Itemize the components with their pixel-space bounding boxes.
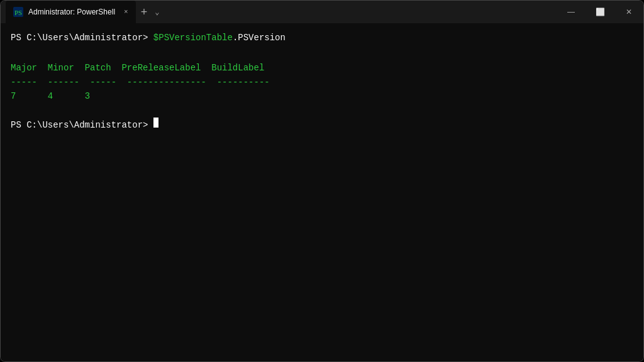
tab-area: PS Administrator: PowerShell × + ⌄ [6,1,557,23]
tab-close-button[interactable]: × [124,8,128,16]
col-major-header: Major [11,61,48,75]
blank-line-1 [11,45,633,58]
blank-line-2 [11,104,633,118]
command-var: $PSVersionTable [153,31,233,45]
col-prerelease-header: PreReleaseLabel [121,61,211,75]
val-minor: 4 [48,89,85,103]
prompt-1: PS C:\Users\Administrator> [11,31,153,45]
tab-title: Administrator: PowerShell [28,8,115,16]
command-line-1: PS C:\Users\Administrator> $PSVersionTab… [11,31,633,45]
command-line-2: PS C:\Users\Administrator> [11,118,633,132]
powershell-icon: PS [13,7,23,17]
terminal-body[interactable]: PS C:\Users\Administrator> $PSVersionTab… [1,23,643,361]
table-values: 7 4 3 [11,89,633,103]
command-prop: .PSVersion [233,31,286,45]
titlebar: PS Administrator: PowerShell × + ⌄ — ⬜ ✕ [1,1,643,23]
svg-text:PS: PS [14,9,22,16]
table-header: Major Minor Patch PreReleaseLabel BuildL… [11,61,633,75]
col-patch-header: Patch [85,61,122,75]
sep-minor: ------ [48,75,90,89]
val-major: 7 [11,89,48,103]
sep-prerelease: --------------- [127,75,217,89]
window-controls: — ⬜ ✕ [557,1,643,23]
col-minor-header: Minor [48,61,85,75]
sep-buildlabel: ---------- [217,75,270,89]
maximize-button[interactable]: ⬜ [586,1,614,23]
col-buildlabel-header: BuildLabel [211,61,264,75]
new-tab-button[interactable]: + [136,6,153,19]
sep-patch: ----- [90,75,127,89]
minimize-button[interactable]: — [557,1,586,23]
val-patch: 3 [85,89,90,103]
active-tab[interactable]: PS Administrator: PowerShell × [6,1,136,23]
powershell-window: PS Administrator: PowerShell × + ⌄ — ⬜ ✕… [0,0,644,362]
tab-dropdown-button[interactable]: ⌄ [152,8,162,17]
close-button[interactable]: ✕ [614,1,643,23]
cursor [153,118,158,128]
sep-major: ----- [11,75,48,89]
table-separator: ----- ------ ----- --------------- -----… [11,75,633,89]
prompt-2: PS C:\Users\Administrator> [11,118,153,132]
